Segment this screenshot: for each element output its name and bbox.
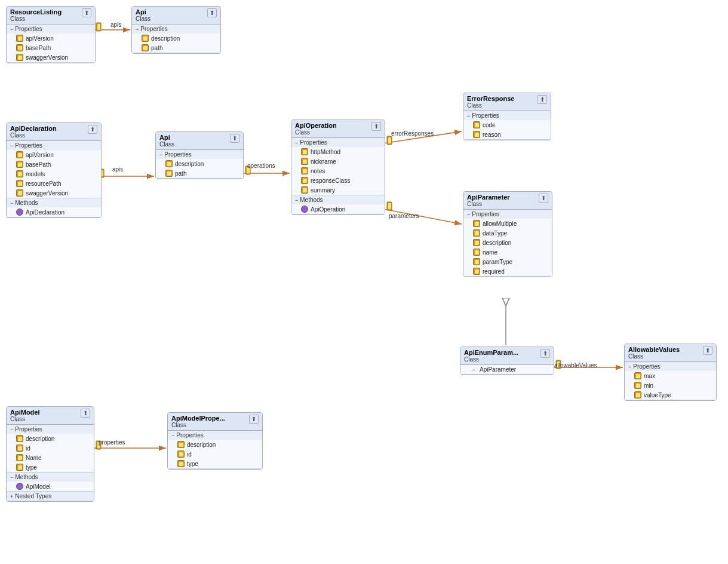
class-type-error-response: Class — [467, 102, 514, 109]
box-api-operation: ApiOperation Class ⬆ − Properties httpMe… — [291, 119, 385, 215]
item-path-api2: path — [156, 168, 243, 178]
item-code-er: code — [463, 120, 551, 130]
section-header-error-response-props: − Properties — [463, 111, 551, 120]
section-api-parameter-props: − Properties allowMultiple dataType desc… — [463, 210, 552, 277]
box-api-model-prop: ApiModelPrope... Class ⬆ − Properties de… — [167, 412, 263, 470]
item-basePath-ad: basePath — [7, 160, 101, 169]
section-header-api1-props: − Properties — [132, 24, 220, 33]
collapse-api-enum-param[interactable]: ⬆ — [540, 349, 550, 358]
arrows-svg — [0, 0, 728, 564]
prop-icon-type-amp — [177, 460, 185, 467]
collapse-api-model-prop[interactable]: ⬆ — [249, 415, 259, 424]
section-api-model-methods: − Methods ApiModel — [7, 473, 94, 492]
class-type-api-model: Class — [10, 416, 40, 422]
toggle-allowable-values-props[interactable]: − — [628, 364, 631, 370]
collapse-allowable-values[interactable]: ⬆ — [703, 346, 712, 355]
item-max-av: max — [625, 371, 716, 381]
section-label-resource-listing-props: Properties — [15, 26, 42, 32]
prop-icon-swaggerVersion-rl — [16, 54, 23, 61]
prop-icon-type-am — [16, 464, 23, 471]
prop-icon-notes — [301, 167, 308, 174]
item-apiVersion-ad: apiVersion — [7, 150, 101, 160]
class-name-api-model: ApiModel — [10, 409, 40, 416]
prop-icon-valueType-av — [634, 391, 641, 399]
toggle-api-parameter-props[interactable]: − — [467, 212, 470, 217]
section-header-api-operation-methods: − Methods — [291, 195, 385, 204]
collapse-api-parameter[interactable]: ⬆ — [539, 194, 548, 203]
item-description-ap: description — [463, 238, 552, 247]
prop-icon-summary — [301, 186, 308, 194]
box-allowable-values-header: AllowableValues Class ⬆ — [625, 344, 716, 362]
toggle-api-operation-props[interactable]: − — [295, 140, 298, 146]
prop-icon-swaggerVersion-ad — [16, 189, 23, 197]
class-type-allowable-values: Class — [628, 353, 680, 360]
prop-icon-code-er — [473, 121, 480, 128]
class-name-api2: Api — [159, 134, 174, 141]
toggle-error-response-props[interactable]: − — [467, 113, 470, 119]
toggle-api-declaration-methods[interactable]: − — [10, 200, 13, 206]
item-responseClass: responseClass — [291, 176, 385, 185]
box-error-response: ErrorResponse Class ⬆ − Properties code … — [463, 93, 551, 140]
prop-icon-description-amp — [177, 441, 185, 448]
method-icon-api-model — [16, 483, 23, 490]
nested-types-label: Nested Types — [15, 493, 51, 499]
toggle-api-model-nested[interactable]: + — [10, 493, 13, 499]
section-header-api-declaration-props: − Properties — [7, 141, 101, 150]
box-api-declaration: ApiDeclaration Class ⬆ − Properties apiV… — [6, 122, 102, 218]
prop-icon-resourcePath-ad — [16, 180, 23, 187]
section-allowable-values-props: − Properties max min valueType — [625, 362, 716, 400]
prop-icon-allowMultiple — [473, 220, 480, 227]
item-allowMultiple: allowMultiple — [463, 219, 552, 228]
item-method-api-operation: ApiOperation — [291, 204, 385, 214]
arrow-label-apis1: apis — [110, 22, 121, 28]
item-reason-er: reason — [463, 130, 551, 139]
collapse-api-operation[interactable]: ⬆ — [371, 122, 381, 131]
toggle-api-model-props[interactable]: − — [10, 427, 13, 433]
collapse-error-response[interactable]: ⬆ — [537, 95, 547, 104]
box-api2: Api Class ⬆ − Properties description pat… — [155, 131, 244, 179]
method-icon-api-declaration — [16, 209, 23, 216]
box-api-model-prop-header: ApiModelPrope... Class ⬆ — [168, 413, 262, 431]
class-name-resource-listing: ResourceListing — [10, 8, 62, 16]
item-type-am: type — [7, 462, 94, 472]
item-path-api1: path — [132, 43, 220, 53]
class-name-api-declaration: ApiDeclaration — [10, 125, 57, 132]
toggle-api-model-methods[interactable]: − — [10, 474, 13, 480]
class-type-api-declaration: Class — [10, 132, 57, 139]
collapse-api2[interactable]: ⬆ — [230, 134, 239, 143]
class-name-api1: Api — [136, 8, 150, 16]
prop-icon-desc-api2 — [165, 160, 173, 167]
prop-icon-apiVersion-ad — [16, 151, 23, 158]
prop-icon-name-am — [16, 454, 23, 461]
prop-icon-models-ad — [16, 170, 23, 177]
collapse-api-declaration[interactable]: ⬆ — [88, 125, 97, 134]
arrow-label-operations: operations — [247, 163, 275, 169]
item-nickname: nickname — [291, 157, 385, 166]
class-name-error-response: ErrorResponse — [467, 95, 514, 102]
toggle-resource-listing-props[interactable]: − — [10, 26, 13, 32]
toggle-api2-props[interactable]: − — [159, 152, 162, 158]
prop-icon-description-ap — [473, 239, 480, 246]
prop-icon-min-av — [634, 382, 641, 389]
toggle-api-model-prop-props[interactable]: − — [171, 433, 174, 439]
toggle-api-operation-methods[interactable]: − — [295, 197, 298, 203]
section-api-model-prop-props: − Properties description id type — [168, 431, 262, 469]
collapse-resource-listing[interactable]: ⬆ — [82, 8, 91, 17]
box-api2-header: Api Class ⬆ — [156, 132, 243, 150]
box-resource-listing-header: ResourceListing Class ⬆ — [7, 7, 95, 24]
item-description-api2: description — [156, 159, 243, 168]
item-summary: summary — [291, 185, 385, 195]
section-api-model-nested: + Nested Types — [7, 492, 94, 501]
section-api-operation-methods: − Methods ApiOperation — [291, 195, 385, 214]
class-type-api1: Class — [136, 16, 150, 22]
prop-icon-httpMethod — [301, 148, 308, 155]
section-header-api-model-prop-props: − Properties — [168, 431, 262, 440]
toggle-api1-props[interactable]: − — [136, 26, 139, 32]
toggle-api-declaration-props[interactable]: − — [10, 143, 13, 149]
collapse-api1[interactable]: ⬆ — [207, 8, 217, 17]
collapse-api-model[interactable]: ⬆ — [81, 409, 90, 418]
class-type-api-parameter: Class — [467, 201, 510, 207]
arrow-label-allowable-values: allowableValues — [554, 362, 597, 369]
item-name-ap: name — [463, 247, 552, 257]
section-header-resource-listing-props: − Properties — [7, 24, 95, 33]
